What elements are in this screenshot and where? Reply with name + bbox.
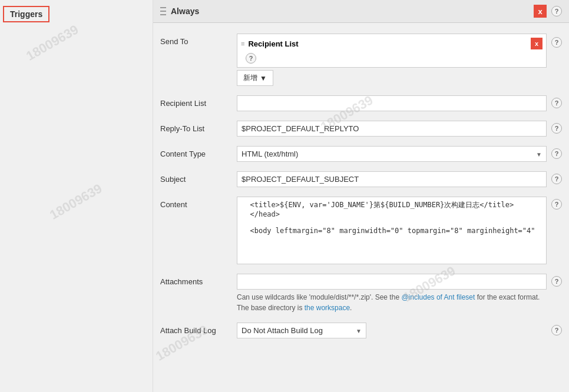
always-title: Always: [171, 6, 534, 16]
content-textarea[interactable]: <title>${ENV, var='JOB_NAME'}第${BUILD_NU…: [237, 197, 547, 264]
reply-to-row: Reply-To List ?: [153, 116, 569, 141]
triggers-label: Triggers: [3, 6, 49, 22]
attachments-input[interactable]: [237, 274, 547, 290]
recipient-item: ≡ Recipient List x: [241, 38, 542, 49]
attachments-row: Attachments Can use wildcards like 'modu…: [153, 269, 569, 318]
send-to-area: ≡ Recipient List x ? 新增 ▼: [237, 34, 547, 86]
attachments-help-text-before: Can use wildcards like 'module/dist/**/*…: [237, 293, 401, 301]
recipient-list-label: Recipient List: [160, 95, 237, 108]
recipient-help-icon-inline[interactable]: ?: [241, 53, 256, 64]
content-type-select[interactable]: HTML (text/html) Plain Text (text/plain): [237, 146, 547, 162]
reply-to-input[interactable]: [237, 121, 547, 137]
content-row: Content <title>${ENV, var='JOB_NAME'}第${…: [153, 192, 569, 269]
attachments-link1[interactable]: @includes of Ant fileset: [401, 293, 475, 301]
recipient-help-icon[interactable]: ?: [246, 53, 256, 64]
attachments-link2[interactable]: the workspace: [305, 304, 350, 312]
send-to-row: Send To ≡ Recipient List x ? 新增: [153, 29, 569, 91]
attachments-label: Attachments: [160, 274, 237, 286]
subject-input[interactable]: [237, 171, 547, 187]
content-type-help-icon[interactable]: ?: [551, 148, 562, 159]
content-label: Content: [160, 197, 237, 209]
drag-handle: [160, 7, 166, 15]
add-recipient-button[interactable]: 新增 ▼: [237, 70, 273, 86]
add-btn-chevron: ▼: [260, 74, 267, 82]
recipient-box: ≡ Recipient List x ?: [237, 34, 547, 68]
content-type-area: HTML (text/html) Plain Text (text/plain): [237, 146, 547, 162]
recipient-list-area: [237, 95, 547, 111]
attachments-help-icon[interactable]: ?: [551, 276, 562, 287]
recipient-close-button[interactable]: x: [531, 38, 542, 49]
subject-area: [237, 171, 547, 187]
recipient-list-input[interactable]: [237, 95, 547, 111]
always-header: Always x ?: [153, 0, 569, 23]
sidebar: [0, 0, 153, 392]
content-type-row: Content Type HTML (text/html) Plain Text…: [153, 141, 569, 167]
attach-build-log-row: Attach Build Log Do Not Attach Build Log…: [153, 318, 569, 343]
content-area: <title>${ENV, var='JOB_NAME'}第${BUILD_NU…: [237, 197, 547, 264]
attachments-help-text: Can use wildcards like 'module/dist/**/*…: [237, 292, 547, 313]
subject-label: Subject: [160, 171, 237, 184]
subject-help-icon[interactable]: ?: [551, 174, 562, 184]
always-close-button[interactable]: x: [534, 5, 547, 18]
send-to-label: Send To: [160, 34, 237, 46]
attach-build-log-area: Do Not Attach Build Log Attach Build Log…: [237, 323, 547, 338]
attach-build-log-label: Attach Build Log: [160, 323, 237, 335]
always-help-icon[interactable]: ?: [551, 6, 562, 16]
subject-row: Subject ?: [153, 167, 569, 192]
recipient-list-row: Recipient List ?: [153, 91, 569, 116]
add-btn-label: 新增: [243, 73, 257, 83]
content-type-select-wrapper: HTML (text/html) Plain Text (text/plain): [237, 146, 547, 162]
attach-build-log-select-wrapper: Do Not Attach Build Log Attach Build Log…: [237, 323, 366, 338]
reply-to-label: Reply-To List: [160, 121, 237, 133]
content-help-icon[interactable]: ?: [551, 199, 562, 210]
send-to-help-icon[interactable]: ?: [551, 37, 562, 48]
recipient-drag-icon: ≡: [241, 40, 244, 47]
main-panel: Always x ? Send To ≡ Recipient List x: [153, 0, 569, 392]
attach-build-log-help-icon[interactable]: ?: [551, 325, 562, 335]
reply-to-help-icon[interactable]: ?: [551, 123, 562, 134]
recipient-item-left: ≡ Recipient List: [241, 39, 299, 48]
content-type-label: Content Type: [160, 146, 237, 158]
reply-to-area: [237, 121, 547, 137]
form-body: Send To ≡ Recipient List x ? 新增: [153, 23, 569, 349]
attach-build-log-select[interactable]: Do Not Attach Build Log Attach Build Log…: [237, 323, 366, 338]
attachments-help-text-after: .: [350, 304, 352, 312]
recipient-list-help-icon[interactable]: ?: [551, 98, 562, 108]
recipient-list-name: Recipient List: [248, 39, 298, 48]
attachments-area: Can use wildcards like 'module/dist/**/*…: [237, 274, 547, 313]
